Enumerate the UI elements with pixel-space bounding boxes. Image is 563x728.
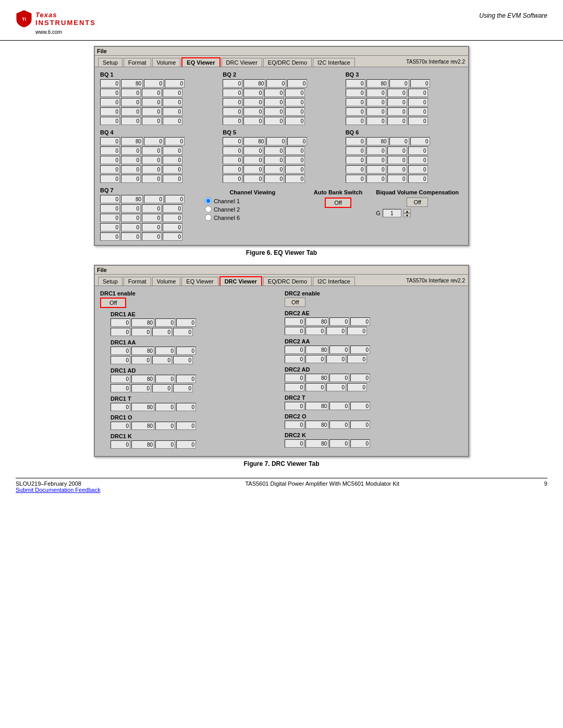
bq6-r1c3[interactable]	[408, 146, 428, 155]
bq5-r3c2[interactable]	[264, 165, 284, 174]
bq5-r1c1[interactable]	[243, 146, 263, 155]
bq1-r1c0[interactable]	[100, 89, 120, 97]
bq7-r2c0[interactable]	[100, 214, 120, 222]
bq6-r0c2[interactable]	[389, 137, 409, 145]
bq2-r3c2[interactable]	[264, 107, 284, 116]
drc2k-c0[interactable]	[285, 439, 304, 448]
bq1-r1c1[interactable]	[121, 89, 141, 97]
bq6-r3c0[interactable]	[346, 165, 365, 174]
bq6-r4c3[interactable]	[408, 175, 428, 183]
bq6-r1c0[interactable]	[346, 146, 365, 155]
bq6-r2c2[interactable]	[387, 156, 407, 164]
drc1o-c0[interactable]	[111, 422, 130, 430]
bq3-r1c0[interactable]	[346, 89, 365, 97]
bq7-r4c3[interactable]	[163, 232, 182, 241]
bq2-r1c1[interactable]	[243, 89, 263, 97]
bq1-r2c2[interactable]	[142, 98, 162, 106]
drc2t-c2[interactable]	[329, 402, 349, 410]
bq2-r1c3[interactable]	[285, 89, 305, 97]
bq3-r1c2[interactable]	[387, 89, 407, 97]
drc1o-c3[interactable]	[176, 422, 196, 430]
drc1aa-r0c3[interactable]	[176, 347, 196, 355]
channel2-radio-input[interactable]	[205, 206, 212, 213]
drc2ae-r1c0[interactable]	[285, 327, 304, 335]
bq1-r0c1[interactable]	[121, 79, 143, 88]
bq1-r3c2[interactable]	[142, 107, 162, 116]
drc1t-c1[interactable]	[131, 403, 154, 411]
drc2aa-r0c3[interactable]	[350, 346, 370, 354]
bq4-r2c2[interactable]	[142, 156, 162, 164]
bq2-r2c1[interactable]	[243, 98, 263, 106]
drc1aa-r0c2[interactable]	[155, 347, 175, 355]
drc1aa-r1c3[interactable]	[173, 356, 193, 364]
bq4-r1c3[interactable]	[163, 146, 182, 155]
bq7-r1c3[interactable]	[163, 204, 182, 213]
drc2aa-r0c2[interactable]	[329, 346, 349, 354]
bq5-r4c0[interactable]	[223, 175, 242, 183]
bq7-r3c2[interactable]	[142, 223, 162, 231]
drc2ae-r1c1[interactable]	[305, 327, 325, 335]
bq4-r0c1[interactable]	[121, 137, 143, 145]
bq6-r2c1[interactable]	[366, 156, 386, 164]
drc1k-c2[interactable]	[155, 440, 175, 449]
bq4-r1c0[interactable]	[100, 146, 120, 155]
bq7-r2c1[interactable]	[121, 214, 141, 222]
bq4-r2c0[interactable]	[100, 156, 120, 164]
channel2-radio[interactable]: Channel 2	[205, 206, 300, 213]
drc-tab-i2c-interface[interactable]: I2C Interface	[313, 277, 355, 286]
drc2t-c3[interactable]	[350, 402, 370, 410]
g-decrement-button[interactable]: ▼	[403, 213, 411, 217]
drc2t-c1[interactable]	[305, 402, 328, 410]
drc2ae-r0c1[interactable]	[305, 317, 328, 326]
bq6-r2c0[interactable]	[346, 156, 365, 164]
drc1k-c0[interactable]	[111, 440, 130, 449]
drc1ad-r0c0[interactable]	[111, 375, 130, 383]
bq4-r4c3[interactable]	[163, 175, 182, 183]
auto-bank-off-button[interactable]: Off	[325, 198, 351, 208]
bq3-r2c0[interactable]	[346, 98, 365, 106]
bq6-r4c1[interactable]	[366, 175, 386, 183]
bq7-r3c1[interactable]	[121, 223, 141, 231]
bq5-r0c3[interactable]	[287, 137, 307, 145]
bq3-r4c0[interactable]	[346, 117, 365, 125]
bq3-r0c1[interactable]	[366, 79, 388, 88]
drc1ad-r0c3[interactable]	[176, 375, 196, 383]
bq5-r4c2[interactable]	[264, 175, 284, 183]
drc2ad-r0c2[interactable]	[329, 374, 349, 382]
drc1ae-r1c3[interactable]	[173, 328, 193, 336]
bq6-r2c3[interactable]	[408, 156, 428, 164]
tab-eq-drc-demo[interactable]: EQ/DRC Demo	[263, 58, 312, 67]
drc-tab-volume[interactable]: Volume	[152, 277, 181, 286]
bq1-r4c2[interactable]	[142, 117, 162, 125]
channel6-radio[interactable]: Channel 6	[205, 214, 300, 221]
eq-menu-file[interactable]: File	[97, 48, 107, 54]
bq2-r2c2[interactable]	[264, 98, 284, 106]
bq2-r0c0[interactable]	[223, 79, 242, 88]
drc1ad-r0c1[interactable]	[131, 375, 154, 383]
bq5-r3c1[interactable]	[243, 165, 263, 174]
drc1aa-r1c2[interactable]	[152, 356, 172, 364]
bq6-r0c0[interactable]	[346, 137, 365, 145]
bq4-r3c1[interactable]	[121, 165, 141, 174]
bq3-r4c3[interactable]	[408, 117, 428, 125]
drc1ae-r0c1[interactable]	[131, 318, 154, 327]
drc2k-c1[interactable]	[305, 439, 328, 448]
drc1ae-r1c0[interactable]	[111, 328, 130, 336]
bq3-r4c2[interactable]	[387, 117, 407, 125]
bq7-r0c3[interactable]	[165, 195, 185, 203]
drc1aa-r1c0[interactable]	[111, 356, 130, 364]
drc1ad-r1c0[interactable]	[111, 384, 130, 392]
bq6-r1c2[interactable]	[387, 146, 407, 155]
drc1ad-r1c1[interactable]	[131, 384, 151, 392]
bq1-r1c2[interactable]	[142, 89, 162, 97]
bq4-r1c1[interactable]	[121, 146, 141, 155]
footer-feedback-link[interactable]: Submit Documentation Feedback	[16, 487, 101, 493]
bq2-r2c0[interactable]	[223, 98, 242, 106]
drc1ae-r1c1[interactable]	[131, 328, 151, 336]
channel1-radio[interactable]: Channel 1	[205, 198, 300, 204]
drc2ae-r0c2[interactable]	[329, 317, 349, 326]
drc1t-c0[interactable]	[111, 403, 130, 411]
bq6-r4c0[interactable]	[346, 175, 365, 183]
bq1-r2c0[interactable]	[100, 98, 120, 106]
bq4-r2c1[interactable]	[121, 156, 141, 164]
